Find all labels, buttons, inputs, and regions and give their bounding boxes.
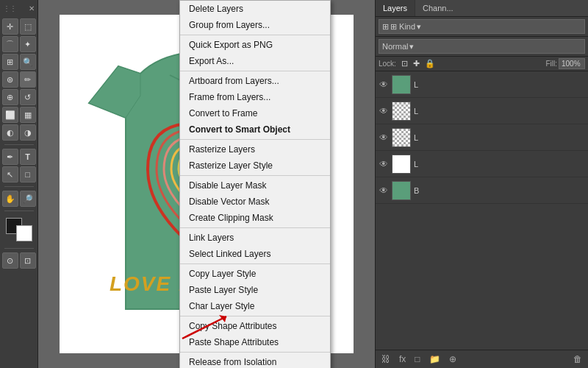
menu-item-paste-layer-style[interactable]: Paste Layer Style <box>180 282 330 298</box>
fill-value[interactable]: 100% <box>559 58 585 69</box>
brush-tool[interactable]: ✏ <box>20 71 36 88</box>
add-layer-style-btn[interactable]: fx <box>396 353 409 366</box>
heal-tool[interactable]: ⊛ <box>2 71 18 88</box>
canvas-area: LOVE MOSCHINO Delete Layers Group from L… <box>38 0 375 368</box>
quick-mask-mode[interactable]: ⊙ <box>2 252 18 269</box>
layer-item[interactable]: 👁 L <box>376 124 588 151</box>
color-swatches[interactable] <box>6 218 32 241</box>
lasso-tool[interactable]: ⌒ <box>2 36 18 52</box>
menu-item-delete-layers[interactable]: Delete Layers <box>180 1 330 17</box>
toolbar-divider-2 <box>4 186 34 187</box>
menu-item-disable-layer-mask[interactable]: Disable Layer Mask <box>180 177 330 194</box>
move-tool[interactable]: ✛ <box>2 18 18 35</box>
tool-row-modes: ⊙ ⊡ <box>1 252 37 269</box>
layer-item[interactable]: 👁 L <box>376 71 588 98</box>
eraser-tool[interactable]: ⬜ <box>2 107 18 123</box>
tool-row-2: ⌒ ✦ <box>1 36 37 52</box>
kind-arrow-icon: ▾ <box>417 22 421 32</box>
toolbar-close-btn[interactable]: ✕ <box>29 4 35 13</box>
menu-separator-3 <box>180 139 330 140</box>
handle-dots: ⋮⋮ <box>3 4 16 13</box>
menu-item-select-linked-layers[interactable]: Select Linked Layers <box>180 246 330 262</box>
tool-row-8: ✒ T <box>1 149 37 165</box>
layer-thumbnail <box>392 181 411 200</box>
kind-label: ⊞ Kind <box>390 22 415 32</box>
tab-channels[interactable]: Chann... <box>415 0 461 16</box>
layer-name: B <box>414 186 585 195</box>
layer-name: L <box>414 80 585 89</box>
blend-mode-select[interactable]: Normal ▾ <box>379 39 585 54</box>
context-menu[interactable]: Delete Layers Group from Layers... Quick… <box>179 0 331 368</box>
eyedropper-tool[interactable]: 🔍 <box>20 54 36 70</box>
layer-visibility-toggle[interactable]: 👁 <box>379 185 389 196</box>
lock-transparent-icon[interactable]: ⊡ <box>400 58 409 69</box>
lock-label: Lock: <box>379 60 396 68</box>
lock-image-icon[interactable]: ✚ <box>412 58 421 69</box>
delete-layer-btn[interactable]: 🗑 <box>570 353 585 366</box>
menu-item-export-as[interactable]: Export As... <box>180 53 330 69</box>
layer-name: L <box>414 133 585 142</box>
layer-visibility-toggle[interactable]: 👁 <box>379 132 389 143</box>
hand-tool[interactable]: ✋ <box>2 191 18 207</box>
menu-item-rasterize-layers[interactable]: Rasterize Layers <box>180 141 330 158</box>
layers-panel: Layers Chann... ⊞ ⊞ Kind ▾ Normal ▾ Lock… <box>375 0 588 368</box>
gradient-tool[interactable]: ▦ <box>20 107 36 123</box>
toolbar-divider-4 <box>4 248 34 249</box>
add-mask-btn[interactable]: □ <box>412 353 423 366</box>
layer-item[interactable]: 👁 B <box>376 177 588 204</box>
layer-item[interactable]: 👁 L <box>376 151 588 177</box>
menu-item-clear-layer-style[interactable]: Char Layer Style <box>180 298 330 314</box>
tool-row-1: ✛ ⬚ <box>1 18 37 35</box>
menu-item-quick-export[interactable]: Quick Export as PNG <box>180 37 330 53</box>
toolbar-handle: ⋮⋮ ✕ <box>0 3 37 14</box>
magic-wand-tool[interactable]: ✦ <box>20 36 36 52</box>
screen-mode[interactable]: ⊡ <box>20 252 36 269</box>
tool-row-7: ◐ ◑ <box>1 124 37 141</box>
zoom-tool[interactable]: 🔎 <box>20 191 36 207</box>
tool-row-5: ⊕ ↺ <box>1 89 37 105</box>
lock-position-icon[interactable]: 🔒 <box>423 58 437 69</box>
menu-item-link-layers[interactable]: Link Layers <box>180 230 330 246</box>
pen-tool[interactable]: ✒ <box>2 149 18 165</box>
tool-row-6: ⬜ ▦ <box>1 107 37 123</box>
menu-item-release-from-isolation[interactable]: Release from Isolation <box>180 354 330 368</box>
clone-stamp-tool[interactable]: ⊕ <box>2 89 18 105</box>
menu-item-group-from-layers[interactable]: Group from Layers... <box>180 17 330 33</box>
menu-separator-6 <box>180 263 330 264</box>
create-group-btn[interactable]: 📁 <box>426 353 443 366</box>
create-layer-btn[interactable]: ⊕ <box>446 353 459 366</box>
type-tool[interactable]: T <box>20 149 36 165</box>
tool-row-3: ⊞ 🔍 <box>1 54 37 70</box>
tab-layers[interactable]: Layers <box>376 0 415 16</box>
history-brush-tool[interactable]: ↺ <box>20 89 36 105</box>
crop-tool[interactable]: ⊞ <box>2 54 18 70</box>
tool-row-9: ↖ □ <box>1 166 37 183</box>
menu-separator-2 <box>180 71 330 71</box>
burn-tool[interactable]: ◑ <box>20 124 36 141</box>
menu-item-disable-vector-mask[interactable]: Disable Vector Mask <box>180 194 330 210</box>
marquee-tool[interactable]: ⬚ <box>20 18 36 35</box>
menu-item-copy-shape-attributes[interactable]: Copy Shape Attributes <box>180 318 330 334</box>
layers-mode-row: Normal ▾ <box>376 37 588 57</box>
dodge-tool[interactable]: ◐ <box>2 124 18 141</box>
menu-item-artboard-from-layers[interactable]: Artboard from Layers... <box>180 73 330 89</box>
path-select-tool[interactable]: ↖ <box>2 166 18 183</box>
layer-visibility-toggle[interactable]: 👁 <box>379 159 389 169</box>
background-color[interactable] <box>16 225 32 241</box>
shape-tool[interactable]: □ <box>20 166 36 183</box>
menu-item-copy-layer-style[interactable]: Copy Layer Style <box>180 266 330 282</box>
menu-item-create-clipping-mask[interactable]: Create Clipping Mask <box>180 210 330 226</box>
menu-item-frame-from-layers[interactable]: Frame from Layers... <box>180 89 330 105</box>
toolbar: ⋮⋮ ✕ ✛ ⬚ ⌒ ✦ ⊞ 🔍 ⊛ ✏ ⊕ ↺ ⬜ ▦ ◐ ◑ ✒ T ↖ □… <box>0 0 38 368</box>
menu-item-rasterize-layer-style[interactable]: Rasterize Layer Style <box>180 158 330 174</box>
blend-mode-label: Normal <box>382 42 408 51</box>
menu-item-convert-to-smart-object[interactable]: Convert to Smart Object <box>180 121 330 138</box>
layer-visibility-toggle[interactable]: 👁 <box>379 79 389 90</box>
kind-select[interactable]: ⊞ ⊞ Kind ▾ <box>379 19 585 34</box>
menu-item-paste-shape-attributes[interactable]: Paste Shape Attributes <box>180 334 330 350</box>
menu-item-convert-to-frame[interactable]: Convert to Frame <box>180 105 330 121</box>
layer-thumbnail <box>392 155 411 174</box>
layer-item[interactable]: 👁 L <box>376 98 588 124</box>
layer-visibility-toggle[interactable]: 👁 <box>379 106 389 116</box>
link-layers-btn[interactable]: ⛓ <box>379 353 393 366</box>
